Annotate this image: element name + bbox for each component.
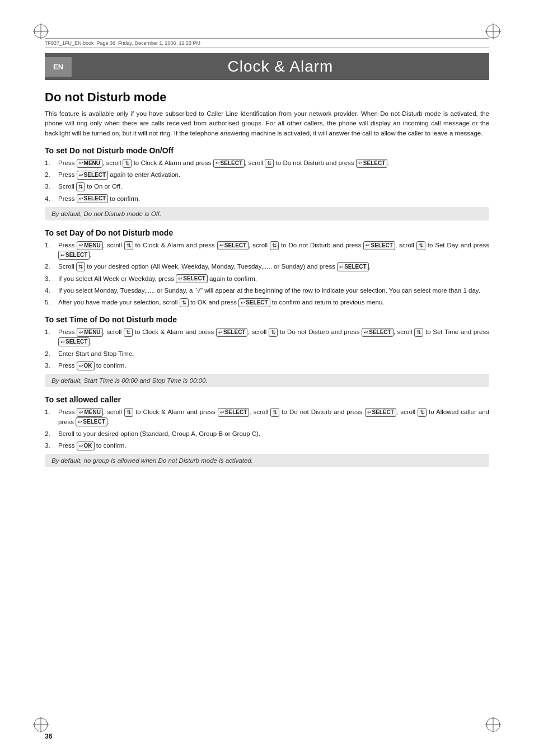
key-scroll: ⇅: [123, 159, 132, 168]
key-scroll-t2: ⇅: [269, 328, 278, 337]
en-badge: EN: [45, 57, 72, 77]
key-select-a2: ↩SELECT: [365, 408, 396, 417]
intro-paragraph: This feature is available only if you ha…: [45, 109, 489, 138]
step-on-off-1: 1. Press ↩MENU, scroll ⇅ to Clock & Alar…: [45, 158, 489, 168]
meta-text: TF937_1FU_EN.book: [45, 40, 94, 46]
key-scroll-d2: ⇅: [270, 241, 279, 250]
key-select-d1: ↩SELECT: [217, 241, 249, 250]
key-scroll-t3: ⇅: [414, 328, 423, 337]
step-allowed-3: 3. Press ↩OK to confirm.: [45, 441, 489, 450]
step-allowed-1: 1. Press ↩MENU, scroll ⇅ to Clock & Alar…: [45, 407, 489, 427]
key-scroll3: ⇅: [76, 182, 85, 191]
sub-heading-allowed: To set allowed caller: [45, 395, 489, 404]
step-time-2: 2. Enter Start and Stop Time.: [45, 349, 489, 359]
note-allowed: By default, no group is allowed when Do …: [45, 454, 489, 467]
sub-heading-time: To set Time of Do not Disturb mode: [45, 315, 489, 324]
key-select-d2: ↩SELECT: [363, 241, 395, 250]
step-on-off-3: 3. Scroll ⇅ to On or Off.: [45, 182, 489, 191]
key-select: ↩SELECT: [213, 159, 245, 168]
step-day-2: 2. Scroll ⇅ to your desired option (All …: [45, 262, 489, 271]
key-scroll-a3: ⇅: [418, 408, 427, 417]
key-scroll-d1: ⇅: [124, 241, 133, 250]
steps-allowed: 1. Press ↩MENU, scroll ⇅ to Clock & Alar…: [45, 407, 489, 450]
step-day-3: 3. If you select All Week or Weekday, pr…: [45, 274, 489, 284]
meta-page: Page 36: [97, 40, 116, 46]
key-menu-a1: ↩MENU: [77, 408, 102, 417]
key-scroll-a1: ⇅: [124, 408, 133, 417]
steps-day: 1. Press ↩MENU, scroll ⇅ to Clock & Alar…: [45, 241, 489, 308]
key-scroll2: ⇅: [265, 159, 274, 168]
key-select-d6: ↩SELECT: [238, 298, 270, 307]
page-number: 36: [45, 732, 52, 740]
step-day-5: 5. After you have made your selection, s…: [45, 298, 489, 307]
corner-mark-br: [483, 715, 503, 735]
key-select-d5: ↩SELECT: [176, 274, 207, 283]
key-select3: ↩SELECT: [77, 171, 108, 180]
sub-heading-on-off: To set Do not Disturb mode On/Off: [45, 146, 489, 155]
key-select2: ↩SELECT: [356, 159, 387, 168]
corner-mark-bl: [31, 715, 51, 735]
key-scroll-a2: ⇅: [270, 408, 279, 417]
meta-line: TF937_1FU_EN.book Page 36 Friday, Decemb…: [45, 38, 489, 48]
meta-time: 12:23 PM: [179, 40, 201, 46]
key-scroll-t1: ⇅: [124, 328, 133, 337]
key-select-a3: ↩SELECT: [76, 417, 107, 426]
step-day-4: 4. If you select Monday, Tuesday,..... o…: [45, 286, 489, 295]
key-select-a1: ↩SELECT: [218, 408, 249, 417]
note-time: By default, Start Time is 00:00 and Stop…: [45, 374, 489, 387]
header-bar: EN Clock & Alarm: [45, 53, 489, 80]
key-menu-d1: ↩MENU: [77, 241, 102, 250]
key-select-t2: ↩SELECT: [362, 328, 393, 337]
step-allowed-2: 2. Scroll to your desired option (Standa…: [45, 429, 489, 439]
step-on-off-4: 4. Press ↩SELECT to confirm.: [45, 194, 489, 204]
page-title-bar: Clock & Alarm: [72, 53, 489, 80]
step-time-1: 1. Press ↩MENU, scroll ⇅ to Clock & Alar…: [45, 327, 489, 347]
note-on-off: By default, Do not Disturb mode is Off.: [45, 207, 489, 220]
key-scroll-d5: ⇅: [180, 298, 189, 307]
key-scroll-d4: ⇅: [76, 262, 85, 271]
step-on-off-2: 2. Press ↩SELECT again to enter Activati…: [45, 170, 489, 180]
key-ok-t1: ↩OK: [77, 361, 95, 370]
key-select-t1: ↩SELECT: [216, 328, 247, 337]
key-select-d3: ↩SELECT: [58, 251, 90, 260]
sub-heading-day: To set Day of Do not Disturb mode: [45, 228, 489, 237]
steps-on-off: 1. Press ↩MENU, scroll ⇅ to Clock & Alar…: [45, 158, 489, 204]
key-menu: ↩MENU: [77, 159, 102, 168]
key-menu-t1: ↩MENU: [77, 328, 102, 337]
page-content: EN Clock & Alarm Do not Disturb mode Thi…: [45, 53, 489, 711]
key-select4: ↩SELECT: [77, 194, 108, 203]
key-scroll-d3: ⇅: [416, 241, 425, 250]
steps-time: 1. Press ↩MENU, scroll ⇅ to Clock & Alar…: [45, 327, 489, 370]
step-day-1: 1. Press ↩MENU, scroll ⇅ to Clock & Alar…: [45, 241, 489, 260]
key-select-t3: ↩SELECT: [58, 337, 90, 346]
meta-day: Friday, December 1, 2006: [118, 40, 176, 46]
step-time-3: 3. Press ↩OK to confirm.: [45, 361, 489, 370]
key-ok-a1: ↩OK: [77, 442, 95, 450]
key-select-d4: ↩SELECT: [337, 262, 368, 271]
section-main-heading: Do not Disturb mode: [45, 90, 489, 105]
